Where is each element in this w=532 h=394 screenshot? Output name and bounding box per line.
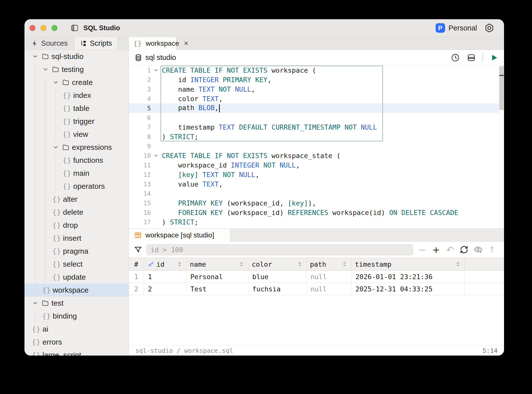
code-line-4[interactable]: 4 color TEXT, <box>129 94 504 103</box>
code-line-16[interactable]: 16 FOREIGN KEY (workspace_id) REFERENCES… <box>129 208 504 217</box>
lightning-icon <box>31 40 38 47</box>
sort-icon[interactable] <box>297 261 303 267</box>
chevron-down-icon[interactable] <box>32 53 38 60</box>
tree-item-sql-studio[interactable]: sql-studio <box>24 50 129 63</box>
code-text: workspace_id INTEGER NOT NULL, <box>162 161 300 169</box>
code-line-8[interactable]: 8) STRICT; <box>129 132 504 141</box>
sort-icon[interactable] <box>177 261 183 267</box>
cell-color[interactable]: blue <box>248 271 306 283</box>
code-line-7[interactable]: 7 timestamp TEXT DEFAULT CURRENT_TIMESTA… <box>129 122 504 132</box>
profile-name[interactable]: Personal <box>449 24 477 32</box>
tree-item-large_script[interactable]: {}large_script <box>24 349 129 356</box>
cell-timestamp[interactable]: 2025-12-31 04:33:25 <box>351 283 465 295</box>
table-row[interactable]: 11Personalbluenull2026-01-01 23:21:36 <box>129 271 504 283</box>
code-line-2[interactable]: 2 id INTEGER PRIMARY KEY, <box>129 75 504 84</box>
tree-item-operators[interactable]: {}operators <box>24 180 129 193</box>
profile-badge[interactable]: P <box>436 23 445 33</box>
tree-item-drop[interactable]: {}drop <box>24 219 129 232</box>
history-clock-icon[interactable] <box>451 53 460 62</box>
undo-icon[interactable]: ↶ <box>445 245 455 255</box>
minimize-window-button[interactable] <box>40 25 46 31</box>
editor-tab-workspace[interactable]: {} workspace ✕ <box>129 37 176 50</box>
close-window-button[interactable] <box>29 25 35 31</box>
tree-item-ai[interactable]: {}ai <box>24 323 129 336</box>
tree-item-errors[interactable]: {}errors <box>24 336 129 349</box>
chevron-down-icon[interactable] <box>32 300 38 306</box>
settings-gear-icon[interactable] <box>484 23 495 33</box>
tree-item-test[interactable]: test <box>24 297 129 310</box>
column-header-timestamp[interactable]: timestamp <box>351 258 465 270</box>
tree-item-testing[interactable]: testing <box>24 63 129 76</box>
code-line-13[interactable]: 13 value TEXT, <box>129 179 504 189</box>
tab-scripts[interactable]: Scripts <box>74 37 117 50</box>
cell-name[interactable]: Personal <box>186 271 248 283</box>
chevron-down-icon[interactable] <box>52 144 59 151</box>
chevron-down-icon[interactable] <box>52 79 59 86</box>
column-header-name[interactable]: name <box>186 258 248 270</box>
code-line-9[interactable]: 9 <box>129 141 504 151</box>
code-line-17[interactable]: 17) STRICT; <box>129 217 504 227</box>
cell-path[interactable]: null <box>306 283 351 295</box>
add-row-icon[interactable]: + <box>431 245 441 255</box>
fold-chevron-icon[interactable] <box>152 67 159 73</box>
tree-item-trigger[interactable]: {}trigger <box>24 115 129 128</box>
code-line-5[interactable]: 5 path BLOB, <box>129 103 504 113</box>
sort-icon[interactable] <box>342 261 348 267</box>
code-line-12[interactable]: 12 [key] TEXT NOT NULL, <box>129 170 504 179</box>
tree-item-alter[interactable]: {}alter <box>24 193 129 206</box>
cell-path[interactable]: null <box>306 271 351 283</box>
table-row[interactable]: 22Testfuchsianull2025-12-31 04:33:25 <box>129 283 504 295</box>
tree-item-insert[interactable]: {}insert <box>24 232 129 245</box>
tree-item-select[interactable]: {}select <box>24 258 129 271</box>
code-line-1[interactable]: 1CREATE TABLE IF NOT EXISTS workspace ( <box>129 65 504 75</box>
tree-item-table[interactable]: {}table <box>24 102 129 115</box>
scrollbar-thumb[interactable] <box>499 66 504 110</box>
remove-row-icon[interactable]: − <box>417 245 427 255</box>
tree-item-workspace[interactable]: {}workspace <box>24 284 129 297</box>
column-header-id[interactable]: id <box>144 258 186 270</box>
code-line-6[interactable]: 6 <box>129 113 504 122</box>
code-line-10[interactable]: 10CREATE TABLE IF NOT EXISTS workspace_s… <box>129 151 504 160</box>
tree-item-main[interactable]: {}main <box>24 167 129 180</box>
code-editor[interactable]: 1CREATE TABLE IF NOT EXISTS workspace (2… <box>129 65 504 228</box>
database-name[interactable]: sql studio <box>145 53 176 62</box>
results-tab-workspace[interactable]: workspace [sql studio] <box>129 229 230 242</box>
chevron-down-icon[interactable] <box>42 66 49 73</box>
code-line-14[interactable]: 14 <box>129 189 504 198</box>
tree-item-pragma[interactable]: {}pragma <box>24 245 129 258</box>
code-line-3[interactable]: 3 name TEXT NOT NULL, <box>129 84 504 94</box>
sort-icon[interactable] <box>239 261 245 267</box>
tree-item-functions[interactable]: {}functions <box>24 154 129 167</box>
column-header-color[interactable]: color <box>248 258 306 270</box>
folder-icon <box>52 66 59 73</box>
code-line-11[interactable]: 11 workspace_id INTEGER NOT NULL, <box>129 160 504 170</box>
run-query-icon[interactable] <box>490 53 499 62</box>
code-line-15[interactable]: 15 PRIMARY KEY (workspace_id, [key]), <box>129 198 504 208</box>
code-text: id INTEGER PRIMARY KEY, <box>162 76 271 84</box>
cell-color[interactable]: fuchsia <box>248 283 306 295</box>
tree-item-binding[interactable]: {}binding <box>24 310 129 323</box>
tree-item-update[interactable]: {}update <box>24 271 129 284</box>
cell-id[interactable]: 2 <box>144 283 186 295</box>
tree-item-index[interactable]: {}index <box>24 89 129 102</box>
refresh-icon[interactable] <box>459 245 469 254</box>
sort-icon[interactable] <box>455 261 461 267</box>
close-tab-icon[interactable]: ✕ <box>184 40 189 47</box>
filter-input[interactable] <box>146 244 413 255</box>
cell-timestamp[interactable]: 2026-01-01 23:21:36 <box>351 271 465 283</box>
editor-scrollbar[interactable] <box>499 65 504 228</box>
fold-chevron-icon[interactable] <box>152 153 159 159</box>
cell-id[interactable]: 1 <box>144 271 186 283</box>
tree-item-delete[interactable]: {}delete <box>24 206 129 219</box>
cell-name[interactable]: Test <box>186 283 248 295</box>
tree-item-view[interactable]: {}view <box>24 128 129 141</box>
column-header-path[interactable]: path <box>306 258 351 270</box>
zoom-window-button[interactable] <box>51 25 57 31</box>
tab-sources[interactable]: Sources <box>24 37 74 50</box>
tree-item-create[interactable]: create <box>24 76 129 89</box>
tree-item-expressions[interactable]: expressions <box>24 141 129 154</box>
split-panel-icon[interactable] <box>467 53 476 62</box>
commit-up-icon[interactable]: ↑ <box>487 245 497 255</box>
preview-changes-eye-icon[interactable] <box>473 245 483 254</box>
folder-icon <box>62 79 69 86</box>
